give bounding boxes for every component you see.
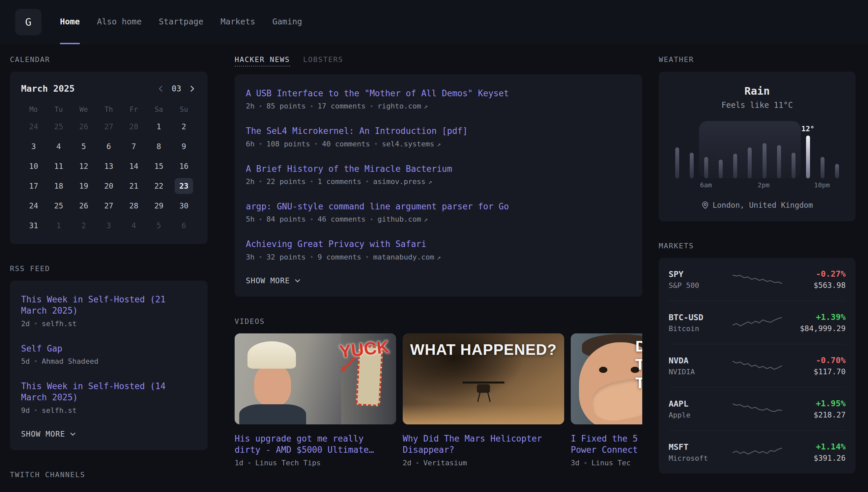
calendar-next-button[interactable] xyxy=(188,84,196,93)
calendar-day-number: 15 xyxy=(154,162,163,171)
videos-widget: VIDEOS YUCKHis upgrade got me really dir… xyxy=(235,317,642,467)
market-row-nvda[interactable]: NVDANVIDIA-0.70%$117.70 xyxy=(668,344,846,387)
news-item-points: 84 points xyxy=(267,215,306,223)
video-title[interactable]: Why Did The Mars Helicopter Disappear? xyxy=(403,433,564,456)
thumbnail-overlay-line: WHAT HAPPENED? xyxy=(410,341,557,358)
news-item-source-link[interactable]: righto.com↗ xyxy=(378,102,428,110)
weather-time-spacer xyxy=(670,181,684,189)
news-card: A USB Interface to the "Mother of All De… xyxy=(235,75,642,297)
news-item-source-link[interactable]: asimov.press↗ xyxy=(373,177,432,186)
market-symbol: MSFTMicrosoft xyxy=(668,442,733,462)
thumbnail-overlay-text: WHAT HAPPENED? xyxy=(403,341,564,359)
market-row-aapl[interactable]: AAPLApple+1.95%$218.27 xyxy=(668,387,846,430)
sparkline-chart xyxy=(733,444,782,460)
chevron-down-icon xyxy=(69,430,76,438)
rss-item-age: 9d xyxy=(21,406,30,415)
app-logo[interactable]: G xyxy=(15,9,42,35)
calendar-day-number: 20 xyxy=(104,182,113,190)
news-item-meta: 2h•85 points•17 comments•righto.com↗ xyxy=(246,102,631,110)
nav-tab-markets[interactable]: Markets xyxy=(220,0,255,44)
calendar-day-number: 25 xyxy=(54,201,63,210)
chevron-right-icon xyxy=(188,84,196,93)
nav-tab-gaming[interactable]: Gaming xyxy=(272,0,302,44)
news-item-source-link[interactable]: sel4.systems↗ xyxy=(382,140,441,148)
calendar-weekday: Su xyxy=(172,102,196,117)
calendar-day-number: 26 xyxy=(79,122,88,131)
news-item-comments: 46 comments xyxy=(318,215,366,223)
news-item-title[interactable]: The SeL4 Microkernel: An Introduction [p… xyxy=(246,125,631,137)
video-thumbnail[interactable]: YUCK xyxy=(235,334,396,424)
calendar-day-number: 26 xyxy=(79,201,88,210)
nav-tab-startpage[interactable]: Startpage xyxy=(159,0,203,44)
news-item-title[interactable]: argp: GNU-style command line argument pa… xyxy=(246,201,631,212)
weather-time-spacer xyxy=(728,181,742,189)
video-meta: 1d•Linus Tech Tips xyxy=(235,459,396,467)
video-card: WHAT HAPPENED?Why Did The Mars Helicopte… xyxy=(403,334,564,467)
calendar-day-number: 9 xyxy=(182,142,186,151)
calendar-weekday: Th xyxy=(96,102,121,117)
rss-item-list: This Week in Self-Hosted (21 March 2025)… xyxy=(21,294,196,415)
video-thumbnail[interactable]: WHAT HAPPENED? xyxy=(403,334,564,424)
news-item-comments: 9 comments xyxy=(318,253,361,261)
calendar-day: 4 xyxy=(46,137,71,156)
videos-section-label: VIDEOS xyxy=(235,317,642,325)
weather-time-labels: 6am2pm10pm xyxy=(670,181,844,189)
market-row-spy[interactable]: SPYS&P 500-0.27%$563.98 xyxy=(668,258,846,301)
nav-tab-also-home[interactable]: Also home xyxy=(97,0,141,44)
market-name: NVIDIA xyxy=(668,368,733,376)
news-item-meta: 3h•32 points•9 comments•matanabudy.com↗ xyxy=(246,253,631,261)
news-tab-lobsters[interactable]: LOBSTERS xyxy=(303,55,343,64)
video-title[interactable]: I Fixed the 5 Power Connect xyxy=(571,433,642,456)
news-item-age: 2h xyxy=(246,102,255,110)
market-price: $391.26 xyxy=(814,454,846,462)
bullet-separator: • xyxy=(259,177,263,185)
market-row-btc-usd[interactable]: BTC-USDBitcoin+1.39%$84,999.29 xyxy=(668,301,846,344)
calendar-section-label: CALENDAR xyxy=(10,55,208,64)
market-price: $117.70 xyxy=(814,367,846,376)
video-title[interactable]: His upgrade got me really dirty - AMD $5… xyxy=(235,433,396,456)
market-row-msft[interactable]: MSFTMicrosoft+1.14%$391.26 xyxy=(668,430,846,473)
market-symbol: NVDANVIDIA xyxy=(668,356,733,376)
video-card: DOTTI Fixed the 5 Power Connect3d•Linus … xyxy=(571,334,642,467)
map-pin-icon xyxy=(701,201,709,209)
bullet-separator: • xyxy=(259,140,263,148)
weather-time-spacer xyxy=(771,181,785,189)
calendar-day-number: 29 xyxy=(154,201,163,210)
rss-show-more-button[interactable]: SHOW MORE xyxy=(21,430,76,438)
rss-item-title[interactable]: Self Gap xyxy=(21,343,196,354)
calendar-prev-button[interactable] xyxy=(157,84,165,93)
news-show-more-button[interactable]: SHOW MORE xyxy=(246,276,301,285)
chevron-left-icon xyxy=(157,84,165,93)
news-item-comments: 17 comments xyxy=(318,102,366,110)
news-item-title[interactable]: Achieving Great Privacy with Safari xyxy=(246,239,631,250)
rss-item-source: selfh.st xyxy=(42,320,77,328)
calendar-weekday: Tu xyxy=(46,102,71,117)
weather-time-spacer xyxy=(684,181,699,189)
market-ticker: BTC-USD xyxy=(668,313,733,322)
bullet-separator: • xyxy=(374,140,378,148)
news-item-source-link[interactable]: github.com↗ xyxy=(378,215,428,223)
calendar-day-number: 11 xyxy=(54,162,63,171)
calendar-day: 16 xyxy=(172,156,196,176)
weather-bar xyxy=(675,147,679,178)
rss-item-title[interactable]: This Week in Self-Hosted (14 March 2025) xyxy=(21,380,196,403)
rss-item-title[interactable]: This Week in Self-Hosted (21 March 2025) xyxy=(21,294,196,317)
news-widget: HACKER NEWSLOBSTERS A USB Interface to t… xyxy=(235,55,642,297)
rss-section-label: RSS FEED xyxy=(10,265,208,273)
calendar-day: 2 xyxy=(71,216,96,236)
video-age: 3d xyxy=(571,459,580,467)
calendar-day: 15 xyxy=(146,156,172,176)
news-item-title[interactable]: A Brief History of the Miracle Bacterium xyxy=(246,163,631,174)
video-thumbnail[interactable]: DOTT xyxy=(571,334,642,424)
calendar-day: 27 xyxy=(96,196,121,216)
thumb-art-ground xyxy=(403,404,564,424)
news-tab-hacker-news[interactable]: HACKER NEWS xyxy=(235,55,290,67)
video-channel: Veritasium xyxy=(423,459,467,467)
news-item-source-link[interactable]: matanabudy.com↗ xyxy=(373,253,441,261)
calendar-weekday: Fr xyxy=(121,102,146,117)
news-item-title[interactable]: A USB Interface to the "Mother of All De… xyxy=(246,88,631,99)
nav-tab-home[interactable]: Home xyxy=(60,0,80,44)
weather-bar-cell xyxy=(742,119,757,178)
dashboard-columns: CALENDAR March 2025 03 xyxy=(0,44,868,492)
news-item: argp: GNU-style command line argument pa… xyxy=(246,201,631,223)
